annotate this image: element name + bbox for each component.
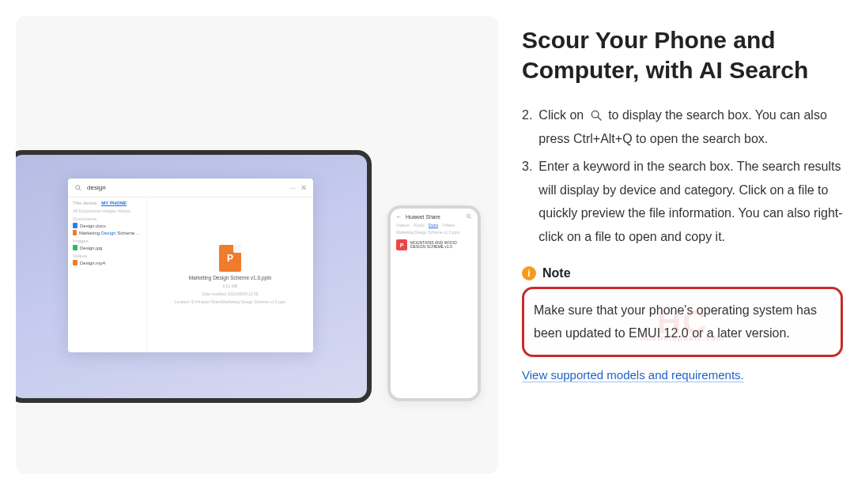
step-text: Enter a keyword in the search box. The s… <box>538 155 843 248</box>
svg-line-3 <box>470 217 471 219</box>
preview-title: Marketing Design Scheme v1.0.pptx <box>189 275 271 280</box>
search-icon <box>74 184 82 192</box>
note-label: Note <box>542 266 571 280</box>
steps-list: 2. Click on to display the search box. Y… <box>522 103 843 254</box>
step-text: Click on to display the search box. You … <box>538 103 843 150</box>
phone-tab-videos: Videos <box>396 223 410 228</box>
svg-line-5 <box>598 117 601 120</box>
laptop-mock: design — ✕ This device MY PHONE All Docu… <box>16 150 372 403</box>
article-content: Scour Your Phone and Computer, with AI S… <box>522 16 843 488</box>
preview-size: 6.61 MB <box>223 284 238 288</box>
hero-image-panel: design — ✕ This device MY PHONE All Docu… <box>16 16 498 474</box>
step-3: 3. Enter a keyword in the search box. Th… <box>522 155 843 248</box>
result-vid1: Design.mp4 <box>73 260 142 265</box>
laptop-screen: design — ✕ This device MY PHONE All Docu… <box>16 155 367 398</box>
preview-location: Location: E:\Huawei Share\Marketing Desi… <box>175 299 286 304</box>
phone-tab-docs: Docs <box>429 223 439 228</box>
search-query: design <box>87 184 285 191</box>
search-results-panel: This device MY PHONE All Documents Image… <box>68 197 147 351</box>
result-doc2: Marketing Design Scheme v1.0.pptx <box>73 230 142 235</box>
search-icon <box>466 213 472 220</box>
svg-point-0 <box>76 185 80 189</box>
note-header: i Note <box>522 266 843 280</box>
card-line2: DESIGN SCHEME v1.0 <box>410 245 457 250</box>
back-icon: ← <box>396 214 402 220</box>
ppt-badge-icon: P <box>396 239 407 250</box>
section-documents: Documents <box>73 216 142 221</box>
supported-models-link[interactable]: View supported models and requirements. <box>522 368 744 382</box>
desktop-search-window: design — ✕ This device MY PHONE All Docu… <box>68 179 313 352</box>
note-box: HC huaweiupdate.com Make sure that your … <box>522 287 843 357</box>
ppt-file-icon: P <box>219 245 241 272</box>
note-body: Make sure that your phone's operating sy… <box>534 303 817 340</box>
search-filters: All Documents Images Videos <box>73 209 142 213</box>
phone-file-card: P MOUNTAINS AND WOOD DESIGN SCHEME v1.0 <box>396 239 472 250</box>
page-title: Scour Your Phone and Computer, with AI S… <box>522 25 843 85</box>
step-2: 2. Click on to display the search box. Y… <box>522 103 843 150</box>
result-img1: Design.jpg <box>73 245 142 250</box>
section-images: Images <box>73 239 142 243</box>
section-videos: Videos <box>73 254 142 258</box>
phone-header-title: Huawei Share <box>406 214 440 220</box>
phone-tab-audio: Audio <box>414 223 425 228</box>
result-doc1: Design.docx <box>73 223 142 228</box>
close-icon: ✕ <box>300 183 307 192</box>
svg-line-1 <box>79 189 81 190</box>
doc-icon <box>73 223 77 228</box>
tab-this-device: This device <box>73 201 96 206</box>
step-number: 2. <box>522 103 532 150</box>
tab-my-phone: MY PHONE <box>101 201 127 206</box>
phone-tabs: Videos Audio Docs Others <box>391 223 478 228</box>
info-icon: i <box>522 266 536 280</box>
step-number: 3. <box>522 155 532 248</box>
search-preview-panel: P Marketing Design Scheme v1.0.pptx 6.61… <box>147 197 313 351</box>
phone-tab-others: Others <box>442 223 455 228</box>
minimize-icon: — <box>289 184 296 191</box>
svg-point-2 <box>467 214 470 217</box>
phone-file-name: Marketing Design Scheme v1.0.pptx <box>391 228 478 236</box>
search-icon <box>588 107 605 124</box>
image-icon <box>73 245 77 250</box>
video-icon <box>73 260 77 265</box>
preview-date: Date modified 2021/08/09 12:00 <box>202 291 258 296</box>
phone-mock: ← Huawei Share Videos Audio Docs Others … <box>387 205 481 401</box>
ppt-icon <box>73 230 77 235</box>
